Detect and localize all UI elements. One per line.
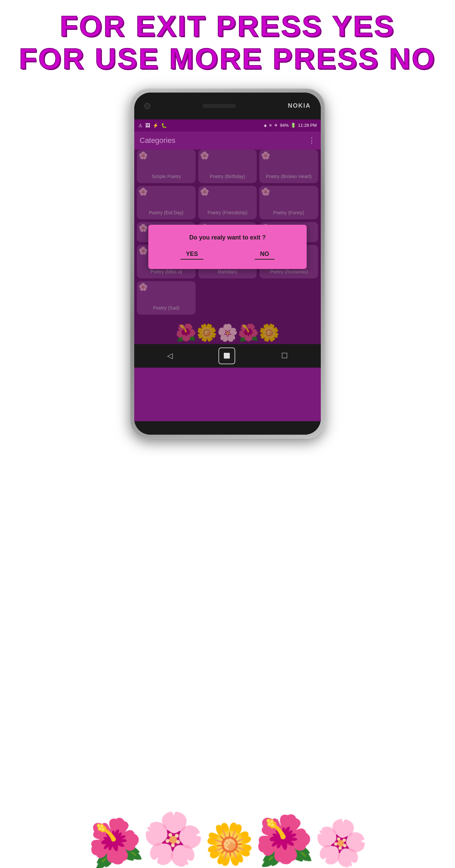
- page-background-flowers: 🌺 🌸 🌼 🌺 🌸: [0, 700, 455, 868]
- phone-device: NOKIA ⚠ 🖼 ⚡ 🐛 ◈ ✕: [130, 89, 325, 439]
- status-left-icons: ⚠ 🖼 ⚡ 🐛: [138, 123, 167, 128]
- screen-content: 🌸 Simple Poetry 🌸 Poetry (Birthday): [134, 150, 321, 344]
- header-line1: FOR EXIT PRESS YES: [19, 10, 436, 42]
- wifi-icon: ◈: [264, 123, 267, 128]
- home-button[interactable]: ⬜: [218, 347, 235, 364]
- header-section: FOR EXIT PRESS YES FOR USE MORE PRESS NO: [12, 0, 443, 82]
- battery-pct: 94%: [280, 123, 289, 128]
- clock: 11:28 PM: [298, 123, 317, 128]
- no-button[interactable]: NO: [255, 249, 274, 259]
- yes-button[interactable]: YES: [181, 249, 203, 259]
- status-bar: ⚠ 🖼 ⚡ 🐛 ◈ ✕ ✈ 94% 🔋 11:28 PM: [134, 119, 321, 131]
- debug-icon: 🐛: [161, 123, 167, 128]
- bg-flower-left-2: 🌸: [139, 806, 207, 868]
- phone-outer-shell: NOKIA ⚠ 🖼 ⚡ 🐛 ◈ ✕: [130, 89, 325, 439]
- exit-dialog: Do you realy want to exit ? YES NO: [148, 225, 307, 269]
- bottom-nav-bar: ◁ ⬜ ☐: [134, 344, 321, 368]
- overflow-menu-button[interactable]: ⋮: [308, 136, 315, 145]
- phone-top-bezel: NOKIA: [134, 93, 321, 119]
- usb-icon: ⚡: [153, 123, 158, 128]
- signal-icon: ✕: [269, 123, 272, 128]
- dialog-title: Do you realy want to exit ?: [155, 234, 300, 241]
- back-button[interactable]: ◁: [167, 351, 173, 360]
- speaker: [202, 104, 236, 108]
- warning-icon: ⚠: [138, 123, 143, 128]
- phone-inner-shell: NOKIA ⚠ 🖼 ⚡ 🐛 ◈ ✕: [134, 93, 321, 435]
- app-title: Categories: [140, 136, 175, 145]
- dialog-buttons: YES NO: [155, 249, 300, 259]
- battery-icon: 🔋: [291, 123, 296, 128]
- phone-bottom-bezel: [134, 421, 321, 435]
- brand-label: NOKIA: [288, 102, 311, 109]
- status-right-info: ◈ ✕ ✈ 94% 🔋 11:28 PM: [264, 123, 317, 128]
- camera-icon: [144, 103, 150, 109]
- bg-flower-left-1: 🌺: [83, 813, 146, 868]
- recents-button[interactable]: ☐: [281, 351, 288, 360]
- header-line2: FOR USE MORE PRESS NO: [19, 42, 436, 75]
- dialog-overlay: Do you realy want to exit ? YES NO: [134, 150, 321, 344]
- image-icon: 🖼: [145, 123, 150, 128]
- bg-flower-right-1: 🌺: [252, 810, 316, 868]
- airplane-icon: ✈: [274, 123, 278, 128]
- bg-flower-right-2: 🌸: [309, 813, 372, 868]
- app-bar: Categories ⋮: [134, 131, 321, 150]
- home-icon: ⬜: [223, 352, 230, 359]
- phone-screen: ⚠ 🖼 ⚡ 🐛 ◈ ✕ ✈ 94% 🔋 11:28 PM: [134, 119, 321, 421]
- bg-flower-center: 🌼: [204, 821, 255, 868]
